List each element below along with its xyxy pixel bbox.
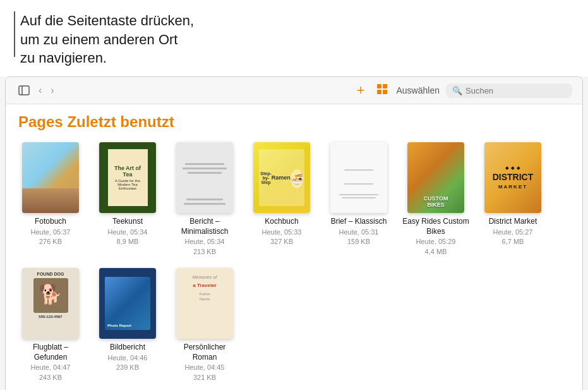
svg-rect-3 [383, 84, 387, 88]
list-item[interactable]: ◆ ◆ ◆ DISTRICT MARKET District Market He… [476, 137, 550, 260]
add-button[interactable]: + [354, 83, 368, 97]
doc-name: Persönlicher Roman [171, 343, 238, 362]
search-input[interactable] [465, 86, 566, 95]
doc-name: Flugblatt – Gefunden [17, 343, 84, 362]
sidebar-toggle-button[interactable] [16, 82, 32, 99]
documents-row-1: Fotobuch Heute, 05:37 276 KB The Art of … [13, 137, 550, 260]
list-item[interactable]: Bericht – Minimalistisch Heute, 05:34 21… [167, 137, 242, 260]
dog-image [33, 278, 68, 313]
annotation-line [14, 11, 15, 57]
svg-rect-2 [377, 84, 381, 88]
doc-thumbnail [176, 142, 233, 213]
doc-name: District Market [489, 217, 537, 227]
page-title: Pages Zuletzt benutzt [6, 104, 582, 137]
doc-meta: Heute, 05:29 4,4 MB [416, 237, 456, 257]
doc-thumbnail: The Art of Tea A Guide for the Modern Te… [99, 142, 156, 213]
list-item[interactable]: FOUND DOG 555-123-4567 Flugblatt – Gefun… [13, 263, 88, 386]
svg-rect-0 [19, 86, 29, 95]
doc-name: Bildbericht [110, 343, 145, 353]
main-window: ‹ › + Auswählen 🔍 Pages Zuletzt benutzt [5, 76, 583, 390]
search-icon: 🔍 [452, 86, 462, 95]
doc-thumbnail: Step-by-Step Ramen 🍜 [253, 142, 310, 213]
doc-name: Bericht – Minimalistisch [171, 217, 238, 236]
documents-grid: Fotobuch Heute, 05:37 276 KB The Art of … [6, 137, 582, 390]
list-item[interactable]: The Art of Tea A Guide for the Modern Te… [90, 137, 165, 260]
doc-thumbnail: Photo Report [99, 268, 156, 339]
doc-meta: Heute, 04:47 243 KB [31, 363, 71, 382]
svg-rect-4 [377, 90, 381, 94]
documents-row-2: FOUND DOG 555-123-4567 Flugblatt – Gefun… [13, 263, 242, 386]
doc-meta: Heute, 04:46 239 KB [108, 353, 148, 373]
doc-name: Teekunst [112, 217, 143, 227]
view-toggle-button[interactable] [374, 82, 390, 99]
toolbar: ‹ › + Auswählen 🔍 [6, 77, 582, 104]
doc-thumbnail: CUSTOMBIKES [407, 142, 464, 213]
doc-thumbnail [330, 142, 387, 213]
forward-button[interactable]: › [48, 83, 56, 97]
doc-meta: Heute, 04:45 321 KB [185, 363, 225, 382]
doc-name: Kochbuch [265, 217, 298, 227]
svg-rect-5 [383, 90, 387, 94]
list-item[interactable]: Step-by-Step Ramen 🍜 Kochbuch Heute, 05:… [244, 137, 319, 260]
doc-thumbnail: FOUND DOG 555-123-4567 [22, 268, 79, 339]
doc-meta: Heute, 05:27 6,7 MB [493, 228, 533, 247]
annotation-area: Auf die Seitentaste drücken, um zu einem… [0, 0, 588, 76]
annotation-text: Auf die Seitentaste drücken, um zu einem… [20, 11, 573, 68]
doc-meta: Heute, 05:31 159 KB [339, 228, 379, 247]
doc-thumbnail [22, 142, 79, 213]
doc-meta: Heute, 05:33 327 KB [262, 228, 302, 247]
list-item[interactable]: CUSTOMBIKES Easy Rides Custom Bikes Heut… [399, 137, 473, 260]
doc-name: Brief – Klassisch [331, 217, 387, 227]
doc-thumbnail: Memories of a Traveler AuthorName [176, 268, 233, 339]
doc-name: Fotobuch [35, 217, 66, 227]
list-item[interactable]: Memories of a Traveler AuthorName Persön… [167, 263, 242, 386]
doc-thumbnail: ◆ ◆ ◆ DISTRICT MARKET [484, 142, 541, 213]
select-button[interactable]: Auswählen [397, 85, 440, 95]
doc-name: Easy Rides Custom Bikes [402, 217, 469, 236]
doc-meta: Heute, 05:34 8,9 MB [108, 228, 148, 247]
search-box: 🔍 [446, 83, 572, 98]
list-item[interactable]: Photo Report Bildbericht Heute, 04:46 23… [90, 263, 165, 386]
list-item[interactable]: Brief – Klassisch Heute, 05:31 159 KB [321, 137, 396, 260]
doc-meta: Heute, 05:37 276 KB [31, 228, 71, 247]
toolbar-left: ‹ › [16, 82, 57, 99]
doc-meta: Heute, 05:34 213 KB [185, 237, 225, 257]
back-button[interactable]: ‹ [36, 83, 44, 97]
list-item[interactable]: Fotobuch Heute, 05:37 276 KB [13, 137, 88, 260]
toolbar-right: + Auswählen 🔍 [354, 82, 572, 99]
